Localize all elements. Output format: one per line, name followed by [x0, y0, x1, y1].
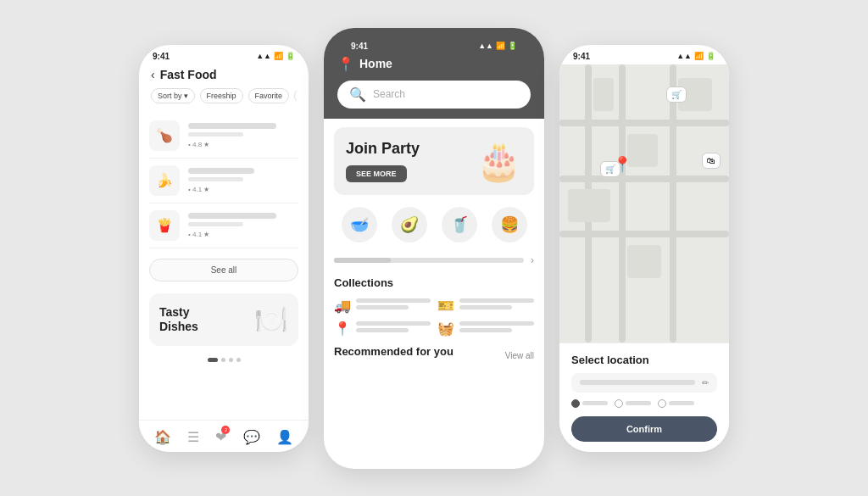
radio-option-2[interactable]: [615, 399, 651, 408]
food-item-1[interactable]: 🍗 • 4.8 ★: [149, 114, 298, 159]
left-time: 9:41: [153, 52, 170, 61]
nav-menu-icon[interactable]: ☰: [187, 429, 199, 445]
store-pin-3: 🛍: [702, 153, 721, 169]
food-item-3[interactable]: 🍟 • 4.1 ★: [149, 203, 298, 248]
collection-item-3[interactable]: 📍: [334, 320, 431, 337]
radio-option-1[interactable]: [571, 399, 608, 408]
burger-icon: 🍔: [492, 207, 527, 242]
collections-title: Collections: [334, 276, 534, 289]
food-list: 🍗 • 4.8 ★ 🍌 • 4.1 ★ 🍟: [139, 110, 309, 252]
category-bowl[interactable]: 🥣: [342, 207, 377, 242]
see-all-button[interactable]: See all: [149, 259, 298, 281]
center-title-row: 📍 Home: [337, 56, 531, 72]
dot-4: [236, 358, 241, 362]
road-v1: [619, 64, 626, 343]
category-avocado[interactable]: 🥑: [392, 207, 427, 242]
radio-bar-1: [582, 401, 608, 405]
category-burger[interactable]: 🍔: [492, 207, 527, 242]
sort-chevron: ▾: [184, 92, 188, 100]
collection-bars-2: [459, 298, 534, 312]
freeship-filter[interactable]: Freeship: [200, 88, 243, 103]
select-location-title: Select location: [571, 354, 717, 366]
center-wifi-icon: 📶: [496, 42, 505, 50]
nav-home-icon[interactable]: 🏠: [154, 429, 171, 445]
radio-circle-1: [571, 399, 580, 408]
location-input[interactable]: ✏: [571, 373, 717, 393]
center-time: 9:41: [351, 42, 368, 51]
back-arrow-icon[interactable]: ‹: [151, 68, 155, 81]
food-rating-2: • 4.1 ★: [188, 186, 298, 193]
food-rating-3: • 4.1 ★: [188, 231, 298, 238]
nav-profile-icon[interactable]: 👤: [276, 429, 293, 445]
coll-bar-2a: [459, 298, 534, 303]
coll-bar-4b: [459, 328, 512, 332]
sort-label: Sort by: [158, 92, 182, 100]
nav-heart-icon[interactable]: ❤ 2: [215, 429, 226, 445]
map-block-4: [568, 189, 610, 222]
bottom-nav: 🏠 ☰ ❤ 2 💬 👤: [139, 420, 309, 452]
collection-bars-4: [459, 321, 534, 335]
left-phone: 9:41 ▲▲ 📶 🔋 ‹ Fast Food Sort by ▾: [139, 45, 309, 452]
see-more-button[interactable]: SEE MORE: [346, 165, 407, 182]
right-status-bar: 9:41 ▲▲ 📶 🔋: [559, 45, 729, 64]
search-bar[interactable]: 🔍 Search: [337, 81, 531, 109]
center-page-title: Home: [359, 57, 392, 70]
location-panel: Select location ✏: [559, 343, 729, 452]
view-all-link[interactable]: View all: [505, 351, 534, 360]
center-status-bar: 9:41 ▲▲ 📶 🔋: [337, 35, 531, 54]
nav-chat-icon[interactable]: 💬: [243, 429, 260, 445]
pin-icon: 📍: [334, 320, 351, 337]
banner-title: Join Party: [346, 140, 420, 158]
right-phone: 9:41 ▲▲ 📶 🔋: [559, 45, 729, 452]
promo-card[interactable]: TastyDishes 🍽️: [149, 293, 298, 346]
favorite-filter[interactable]: Favorite: [248, 88, 290, 103]
dot-3: [229, 358, 233, 362]
food-icon-2: 🍌: [149, 165, 180, 196]
left-status-icons: ▲▲ 📶 🔋: [256, 52, 295, 60]
banner-text: Join Party SEE MORE: [346, 140, 420, 182]
radio-bar-2: [626, 401, 651, 405]
edit-icon: ✏: [702, 378, 709, 387]
map-block-5: [627, 245, 661, 278]
food-name-bar-2: [188, 168, 254, 174]
avocado-icon: 🥑: [392, 207, 427, 242]
coll-bar-2b: [459, 305, 512, 309]
scroll-bar-fill: [334, 258, 391, 263]
food-item-2[interactable]: 🍌 • 4.1 ★: [149, 159, 298, 203]
delivery-icon: 🚚: [334, 298, 351, 314]
collection-item-1[interactable]: 🚚: [334, 298, 431, 314]
dot-indicators: [139, 358, 309, 362]
dot-1: [208, 358, 218, 362]
left-page-title: Fast Food: [160, 68, 217, 81]
center-signal-icon: ▲▲: [478, 42, 493, 50]
center-status-icons: ▲▲ 📶 🔋: [478, 42, 517, 50]
scroll-row: ›: [334, 254, 534, 266]
battery-icon: 🔋: [286, 52, 295, 60]
collection-grid: 🚚 🎫 📍: [334, 298, 534, 337]
food-info-2: • 4.1 ★: [188, 168, 298, 193]
coll-bar-3b: [356, 328, 409, 332]
location-bar: [580, 380, 695, 385]
sort-filter[interactable]: Sort by ▾: [151, 88, 195, 103]
coll-bar-3a: [356, 321, 431, 326]
right-time: 9:41: [573, 52, 590, 61]
collection-item-4[interactable]: 🧺: [437, 320, 534, 337]
center-header: 9:41 ▲▲ 📶 🔋 📍 Home 🔍 Search: [324, 28, 544, 119]
coll-bar-1b: [356, 305, 409, 309]
collection-item-2[interactable]: 🎫: [437, 298, 534, 314]
banner-card[interactable]: Join Party SEE MORE 🎂: [334, 127, 534, 195]
nearyou-filter[interactable]: Near you: [294, 88, 297, 103]
right-status-icons: ▲▲ 📶 🔋: [676, 52, 715, 60]
radio-option-3[interactable]: [658, 399, 694, 408]
confirm-button[interactable]: Confirm: [571, 416, 717, 442]
chevron-right-icon[interactable]: ›: [531, 254, 534, 266]
food-info-1: • 4.8 ★: [188, 123, 298, 148]
location-pin-icon: 📍: [337, 56, 354, 72]
wifi-icon: 📶: [274, 52, 283, 60]
food-sub-bar-2: [188, 177, 243, 181]
coll-bar-4a: [459, 321, 534, 326]
map-block-2: [627, 134, 658, 167]
search-icon: 🔍: [349, 86, 366, 103]
left-header: ‹ Fast Food Sort by ▾ Freeship Favorite …: [139, 64, 309, 110]
category-drink[interactable]: 🥤: [442, 207, 477, 242]
